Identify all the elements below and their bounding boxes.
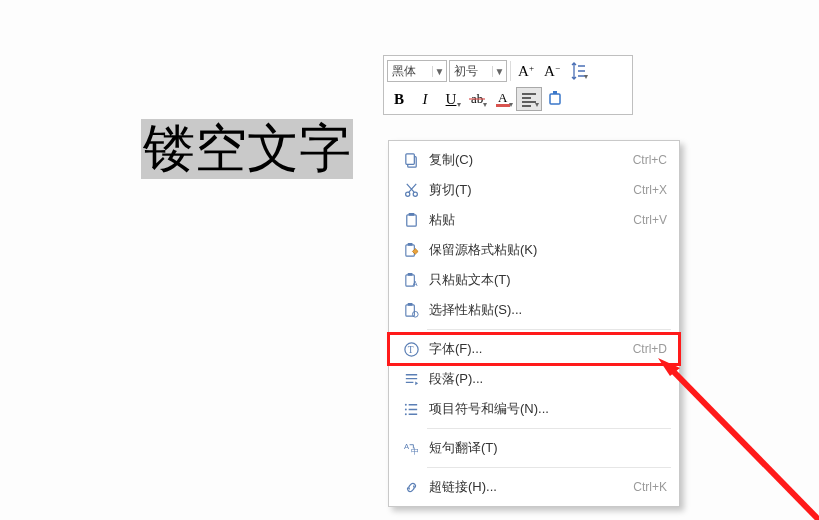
paste-icon (399, 212, 423, 229)
menu-label: 选择性粘贴(S)... (423, 301, 667, 319)
svg-text:中: 中 (410, 447, 418, 456)
paragraph-icon (399, 371, 423, 388)
svg-text:A: A (403, 442, 409, 451)
menu-label: 短句翻译(T) (423, 439, 667, 457)
paste-keep-format-icon (399, 242, 423, 259)
menu-label: 复制(C) (423, 151, 633, 169)
link-icon (399, 479, 423, 496)
svg-point-23 (404, 413, 406, 415)
paste-text-icon: A (399, 272, 423, 289)
font-size-value: 初号 (450, 63, 492, 80)
svg-line-27 (672, 370, 819, 520)
svg-rect-10 (408, 212, 414, 215)
highlight-icon (546, 90, 564, 108)
menu-label: 粘贴 (423, 211, 633, 229)
menu-shortcut: Ctrl+D (633, 342, 667, 356)
font-color-button[interactable]: A (490, 87, 516, 111)
chevron-down-icon: ▼ (432, 66, 446, 77)
chevron-down-icon: ▼ (492, 66, 506, 77)
font-name-value: 黑体 (388, 63, 432, 80)
menu-shortcut: Ctrl+X (633, 183, 667, 197)
svg-rect-4 (553, 91, 557, 94)
align-button[interactable] (516, 87, 542, 111)
menu-paragraph[interactable]: 段落(P)... (389, 364, 679, 394)
font-size-combo[interactable]: 初号 ▼ (449, 60, 507, 82)
mini-toolbar: 黑体 ▼ 初号 ▼ A+ A− B I U ab (383, 55, 633, 115)
align-left-icon (520, 90, 538, 108)
menu-translate[interactable]: A中 短句翻译(T) (389, 433, 679, 463)
svg-point-22 (404, 408, 406, 410)
svg-rect-2 (496, 104, 510, 107)
menu-bullets-numbering[interactable]: 项目符号和编号(N)... (389, 394, 679, 424)
translate-icon: A中 (399, 440, 423, 457)
italic-button[interactable]: I (412, 87, 438, 111)
menu-label: 只粘贴文本(T) (423, 271, 667, 289)
menu-shortcut: Ctrl+V (633, 213, 667, 227)
highlight-button[interactable] (542, 87, 568, 111)
menu-divider (427, 329, 671, 330)
svg-point-7 (405, 192, 409, 196)
svg-point-18 (412, 311, 418, 317)
menu-label: 段落(P)... (423, 370, 667, 388)
font-icon: T (399, 341, 423, 358)
svg-rect-12 (407, 242, 412, 245)
menu-cut[interactable]: 剪切(T) Ctrl+X (389, 175, 679, 205)
menu-shortcut: Ctrl+K (633, 480, 667, 494)
context-menu: 复制(C) Ctrl+C 剪切(T) Ctrl+X 粘贴 Ctrl+V 保留源格… (388, 140, 680, 507)
svg-text:A: A (412, 279, 418, 288)
menu-copy[interactable]: 复制(C) Ctrl+C (389, 145, 679, 175)
line-spacing-icon (569, 62, 587, 80)
svg-rect-9 (406, 214, 415, 225)
menu-label: 项目符号和编号(N)... (423, 400, 667, 418)
cut-icon (399, 182, 423, 199)
menu-label: 超链接(H)... (423, 478, 633, 496)
menu-hyperlink[interactable]: 超链接(H)... Ctrl+K (389, 472, 679, 502)
decrease-font-button[interactable]: A− (539, 59, 565, 83)
menu-font[interactable]: T 字体(F)... Ctrl+D (389, 334, 679, 364)
menu-paste-special[interactable]: 选择性粘贴(S)... (389, 295, 679, 325)
menu-label: 保留源格式粘贴(K) (423, 241, 667, 259)
svg-text:T: T (407, 345, 413, 355)
menu-paste[interactable]: 粘贴 Ctrl+V (389, 205, 679, 235)
font-color-icon: A (494, 90, 512, 108)
menu-paste-text-only[interactable]: A 只粘贴文本(T) (389, 265, 679, 295)
increase-font-button[interactable]: A+ (513, 59, 539, 83)
strikethrough-icon: ab (468, 90, 486, 108)
menu-divider (427, 467, 671, 468)
menu-label: 字体(F)... (423, 340, 633, 358)
menu-label: 剪切(T) (423, 181, 633, 199)
svg-point-8 (413, 192, 417, 196)
svg-rect-14 (407, 272, 412, 275)
svg-rect-17 (407, 302, 412, 305)
svg-rect-16 (405, 304, 414, 315)
svg-text:A: A (498, 90, 508, 105)
line-spacing-button[interactable] (565, 59, 591, 83)
svg-rect-3 (550, 94, 560, 104)
menu-divider (427, 428, 671, 429)
copy-icon (399, 152, 423, 169)
document-selected-text[interactable]: 镂空文字 (141, 119, 353, 179)
list-icon (399, 401, 423, 418)
strikethrough-button[interactable]: ab (464, 87, 490, 111)
svg-rect-6 (405, 153, 414, 163)
svg-point-21 (404, 403, 406, 405)
paste-special-icon (399, 302, 423, 319)
menu-shortcut: Ctrl+C (633, 153, 667, 167)
font-name-combo[interactable]: 黑体 ▼ (387, 60, 447, 82)
bold-button[interactable]: B (386, 87, 412, 111)
underline-button[interactable]: U (438, 87, 464, 111)
menu-paste-keep-format[interactable]: 保留源格式粘贴(K) (389, 235, 679, 265)
